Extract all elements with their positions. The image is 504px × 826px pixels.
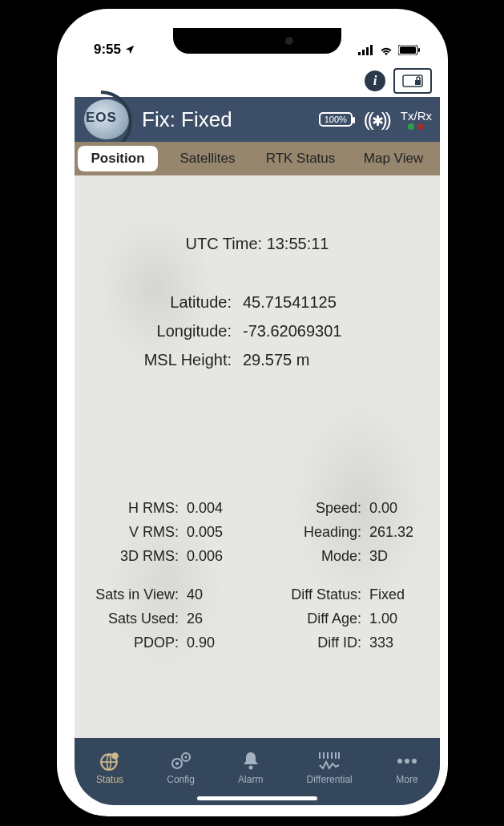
globe-icon xyxy=(99,750,120,772)
nav-more-label: More xyxy=(396,774,417,785)
nav-status[interactable]: Status xyxy=(96,750,123,785)
nav-differential[interactable]: Differential xyxy=(307,750,353,785)
svg-point-16 xyxy=(397,759,402,764)
3drms-label: 3D RMS: xyxy=(75,544,187,568)
svg-rect-0 xyxy=(358,52,361,55)
nav-config[interactable]: Config xyxy=(167,750,195,785)
svg-rect-1 xyxy=(362,50,365,55)
sats-used-value: 26 xyxy=(187,606,257,631)
device-battery-icon: 100% xyxy=(319,112,353,127)
clock-text: 9:55 xyxy=(94,42,121,58)
svg-point-15 xyxy=(248,766,252,770)
bottom-nav: Status Config Alarm xyxy=(75,738,440,805)
fix-status-label: Fix: Fixed xyxy=(142,107,232,132)
latitude-label: Latitude: xyxy=(75,288,243,316)
pdop-label: PDOP: xyxy=(75,631,187,655)
nav-alarm[interactable]: Alarm xyxy=(238,750,263,785)
phone-notch xyxy=(173,28,341,54)
phone-frame: 9:55 xyxy=(52,4,453,821)
msl-height-value: 29.575 m xyxy=(243,345,440,374)
tab-position[interactable]: Position xyxy=(78,146,158,171)
msl-height-label: MSL Height: xyxy=(75,345,243,374)
nav-config-label: Config xyxy=(167,774,195,785)
nav-status-label: Status xyxy=(96,774,123,785)
longitude-label: Longitude: xyxy=(75,316,243,345)
latitude-value: 45.71541125 xyxy=(243,288,440,316)
diff-id-label: Diff ID: xyxy=(257,631,369,655)
speed-value: 0.00 xyxy=(369,496,440,520)
app-header: EOS Fix: Fixed 100% ((✱)) Tx/Rx xyxy=(75,97,440,142)
more-dots-icon xyxy=(396,750,418,772)
svg-point-14 xyxy=(184,756,187,759)
tab-row: Position Satellites RTK Status Map View xyxy=(75,142,440,175)
pdop-value: 0.90 xyxy=(187,631,257,655)
svg-rect-5 xyxy=(400,46,416,54)
hrms-label: H RMS: xyxy=(75,496,187,520)
utc-label: UTC Time: xyxy=(186,235,263,252)
home-indicator[interactable] xyxy=(197,796,317,800)
mode-label: Mode: xyxy=(257,544,369,568)
tab-rtk-status[interactable]: RTK Status xyxy=(254,151,347,167)
heading-value: 261.32 xyxy=(369,520,440,544)
svg-rect-3 xyxy=(370,45,373,55)
sats-used-label: Sats Used: xyxy=(75,606,187,631)
position-panel: UTC Time: 13:55:11 Latitude:45.71541125 … xyxy=(75,175,440,746)
svg-point-12 xyxy=(175,762,179,765)
cell-signal-icon xyxy=(358,45,374,55)
info-icon[interactable]: i xyxy=(365,71,385,91)
3drms-value: 0.006 xyxy=(187,544,257,568)
eos-logo: EOS xyxy=(75,97,139,142)
nav-more[interactable]: More xyxy=(396,750,418,785)
svg-rect-2 xyxy=(366,47,369,55)
vrms-value: 0.005 xyxy=(187,520,257,544)
battery-icon xyxy=(398,45,421,55)
wifi-icon xyxy=(379,45,393,55)
svg-rect-6 xyxy=(418,48,420,52)
svg-point-10 xyxy=(111,752,119,760)
location-arrow-icon xyxy=(124,44,135,55)
sats-in-view-label: Sats in View: xyxy=(75,582,187,606)
diff-age-value: 1.00 xyxy=(369,606,440,631)
hrms-value: 0.004 xyxy=(187,496,257,520)
diff-age-label: Diff Age: xyxy=(257,606,369,631)
gears-icon xyxy=(170,750,192,772)
svg-point-17 xyxy=(405,759,409,764)
rotation-lock-icon[interactable] xyxy=(393,68,432,94)
utc-value: 13:55:11 xyxy=(267,235,329,252)
app-top-strip: i xyxy=(75,65,440,97)
heading-label: Heading: xyxy=(257,520,369,544)
longitude-value: -73.62069301 xyxy=(243,316,440,345)
utc-time-row: UTC Time: 13:55:11 xyxy=(75,235,440,253)
differential-icon xyxy=(318,750,341,772)
txrx-indicator: Tx/Rx xyxy=(401,110,432,130)
tab-map-view[interactable]: Map View xyxy=(347,151,440,167)
speed-label: Speed: xyxy=(257,496,369,520)
diff-status-label: Diff Status: xyxy=(257,582,369,606)
diff-id-value: 333 xyxy=(369,631,440,655)
bell-icon xyxy=(241,750,260,772)
mode-value: 3D xyxy=(369,544,440,568)
svg-rect-8 xyxy=(415,80,421,85)
nav-differential-label: Differential xyxy=(307,774,353,785)
tab-satellites[interactable]: Satellites xyxy=(161,151,254,167)
vrms-label: V RMS: xyxy=(75,520,187,544)
svg-point-18 xyxy=(412,759,417,764)
bluetooth-signal-icon: ((✱)) xyxy=(364,108,389,131)
nav-alarm-label: Alarm xyxy=(238,774,263,785)
sats-in-view-value: 40 xyxy=(187,582,257,606)
diff-status-value: Fixed xyxy=(369,582,440,606)
